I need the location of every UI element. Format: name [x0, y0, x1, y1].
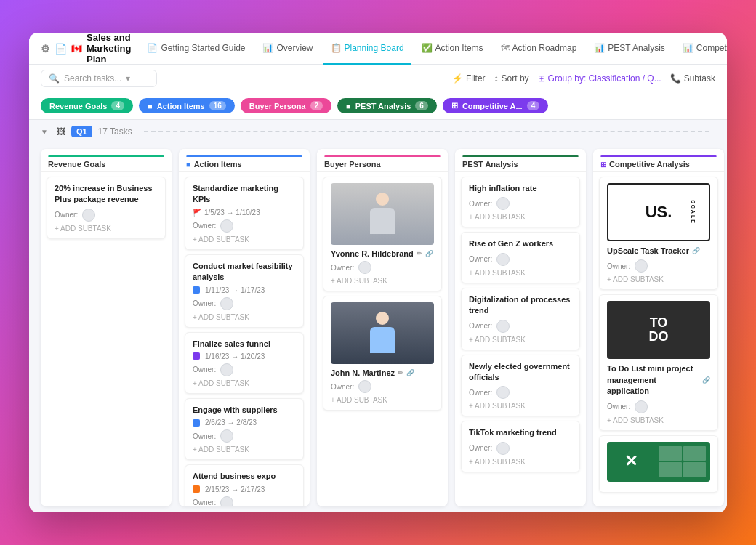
excel-thumbnail: ✕: [607, 442, 710, 482]
avatar: [635, 259, 648, 272]
card-title: TikTok marketing trend: [469, 427, 572, 438]
card-action-5[interactable]: Attend business expo 2/15/23 → 2/17/23 O…: [185, 464, 304, 506]
excel-cell: [659, 462, 682, 477]
avatar: [358, 380, 371, 393]
card-pest-5[interactable]: TikTok marketing trend Owner: + ADD SUBT…: [461, 421, 580, 472]
link-icon[interactable]: 🔗: [406, 369, 414, 376]
us-scale-logo: US. SCALE: [607, 183, 710, 241]
avatar: [220, 219, 233, 233]
add-subtask-button[interactable]: + ADD SUBTASK: [469, 458, 572, 466]
card-owner: Owner:: [469, 320, 572, 333]
col-title-revenue: Revenue Goals: [48, 160, 164, 169]
tab-icon: 🗺: [501, 43, 510, 53]
toggle-arrow-icon[interactable]: ▼: [41, 128, 48, 136]
col-header-competitive: ⊞ Competitive Analysis: [593, 149, 724, 172]
add-subtask-button[interactable]: + ADD SUBTASK: [193, 379, 296, 387]
doc-icon: 📄: [55, 43, 67, 54]
card-date: 1/16/23 → 1/20/23: [193, 352, 296, 360]
card-pest-1[interactable]: High inflation rate Owner: + ADD SUBTASK: [461, 177, 580, 227]
card-action-3[interactable]: Finalize sales funnel 1/16/23 → 1/20/23 …: [185, 332, 304, 394]
tab-pest-analysis[interactable]: 📊 PEST Analysis: [587, 33, 672, 65]
card-action-4[interactable]: Engage with suppliers 2/6/23 → 2/8/23 Ow…: [185, 398, 304, 460]
add-subtask-button[interactable]: + ADD SUBTASK: [331, 396, 434, 404]
add-subtask-button[interactable]: + ADD SUBTASK: [193, 445, 296, 453]
card-pest-3[interactable]: Digitalization of processes trend Owner:…: [461, 288, 580, 350]
sort-button[interactable]: ↕ Sort by: [494, 73, 529, 84]
top-nav: ⚙ 📄 🇨🇦 Sales and Marketing Plan 📄 Gettin…: [29, 33, 727, 65]
filter-chip-competitive[interactable]: ⊞ Competitive A... 4: [443, 98, 548, 113]
excel-cell: [683, 446, 707, 461]
card-revenue-1[interactable]: 20% increase in Business Plus package re…: [47, 177, 166, 239]
card-buyer-2[interactable]: John N. Martinez ✏ 🔗 Owner: + ADD SUBTAS…: [323, 296, 442, 411]
add-subtask-button[interactable]: + ADD SUBTASK: [607, 275, 710, 283]
link-icon[interactable]: 🔗: [702, 376, 710, 385]
card-pest-2[interactable]: Rise of Gen Z workers Owner: + ADD SUBTA…: [461, 232, 580, 283]
card-title: Digitalization of processes trend: [469, 294, 572, 317]
card-title: To Do List mini project management appli…: [607, 363, 710, 397]
person-body: [370, 208, 395, 234]
tab-overview[interactable]: 📊 Overview: [255, 33, 320, 65]
avatar: [496, 320, 510, 333]
link-icon[interactable]: 🔗: [692, 246, 700, 256]
col-title-competitive: ⊞ Competitive Analysis: [600, 160, 717, 169]
card-title: UpScale Task Tracker 🔗: [607, 246, 710, 257]
person-head: [376, 193, 389, 206]
tab-action-roadmap[interactable]: 🗺 Action Roadmap: [494, 33, 584, 65]
card-pest-4[interactable]: Newly elected government officials Owner…: [461, 355, 580, 417]
search-box[interactable]: 🔍 Search tasks... ▾: [41, 70, 157, 87]
gear-icon[interactable]: ⚙: [41, 43, 50, 54]
nav-brand: ⚙ 📄 🇨🇦 Sales and Marketing Plan: [41, 33, 131, 65]
edit-icon[interactable]: ✏: [417, 250, 422, 257]
avatar: [496, 197, 510, 210]
subtask-button[interactable]: 📞 Subtask: [670, 73, 715, 84]
add-subtask-button[interactable]: + ADD SUBTASK: [607, 416, 710, 424]
card-date: 1/11/23 → 1/17/23: [193, 286, 296, 294]
card-owner: Owner:: [193, 429, 296, 443]
add-subtask-button[interactable]: + ADD SUBTASK: [469, 213, 572, 221]
filter-button[interactable]: ⚡ Filter: [452, 73, 486, 84]
card-owner: Owner:: [607, 259, 710, 272]
tab-icon: ✅: [422, 43, 433, 53]
card-title: High inflation rate: [469, 183, 572, 194]
link-icon[interactable]: 🔗: [425, 250, 433, 257]
card-action-2[interactable]: Conduct market feasibility analysis 1/11…: [185, 254, 304, 328]
card-date: 2/15/23 → 2/17/23: [193, 485, 296, 493]
add-subtask-button[interactable]: + ADD SUBTASK: [469, 336, 572, 344]
filter-chip-action-items[interactable]: ■ Action Items 16: [139, 98, 235, 113]
card-title: Conduct market feasibility analysis: [193, 261, 296, 283]
col-title-action: ■ Action Items: [186, 160, 302, 169]
add-subtask-button[interactable]: + ADD SUBTASK: [193, 313, 296, 321]
person-silhouette: [368, 312, 397, 355]
task-count: 17 Tasks: [98, 126, 132, 137]
card-owner: Owner:: [193, 363, 296, 376]
avatar: [220, 496, 233, 506]
add-subtask-button[interactable]: + ADD SUBTASK: [469, 269, 572, 277]
filter-chip-revenue-goals[interactable]: Revenue Goals 4: [41, 98, 133, 113]
card-competitive-1[interactable]: US. SCALE UpScale Task Tracker 🔗 Owner: …: [599, 177, 718, 290]
add-subtask-button[interactable]: + ADD SUBTASK: [469, 402, 572, 410]
tab-competitive-analysis[interactable]: 📊 Competitive Analysis: [675, 33, 727, 65]
add-subtask-button[interactable]: + ADD SUBTASK: [55, 225, 158, 233]
tab-getting-started[interactable]: 📄 Getting Started Guide: [140, 33, 252, 65]
group-button[interactable]: ⊞ Group by: Classification / Q...: [538, 73, 662, 84]
q1-badge: Q1: [71, 126, 92, 137]
add-subtask-button[interactable]: + ADD SUBTASK: [193, 235, 296, 243]
card-buyer-1[interactable]: Yvonne R. Hildebrand ✏ 🔗 Owner: + ADD SU…: [323, 177, 442, 291]
tab-action-items[interactable]: ✅ Action Items: [414, 33, 491, 65]
card-title: Engage with suppliers: [193, 405, 296, 416]
edit-icon[interactable]: ✏: [398, 369, 403, 376]
card-action-1[interactable]: Standardize marketing KPIs 🚩 1/5/23 → 1/…: [185, 177, 304, 250]
filter-chip-pest-analysis[interactable]: ■ PEST Analysis 6: [337, 98, 437, 113]
person-body: [370, 327, 395, 353]
kanban-scroll[interactable]: Revenue Goals 20% increase in Business P…: [29, 143, 727, 512]
tab-planning-board[interactable]: 📋 Planning Board: [323, 33, 411, 65]
avatar: [220, 429, 233, 443]
avatar: [496, 386, 510, 399]
card-date: 🚩 1/5/23 → 1/10/23: [193, 209, 296, 217]
card-owner: Owner:: [469, 197, 572, 210]
add-subtask-button[interactable]: + ADD SUBTASK: [331, 277, 434, 285]
card-competitive-3[interactable]: ✕: [599, 435, 718, 493]
filter-chip-buyer-persona[interactable]: Buyer Persona 2: [241, 98, 331, 113]
person-name: Yvonne R. Hildebrand ✏ 🔗: [331, 249, 434, 258]
card-competitive-2[interactable]: TO DO To Do List mini project management…: [599, 294, 718, 430]
